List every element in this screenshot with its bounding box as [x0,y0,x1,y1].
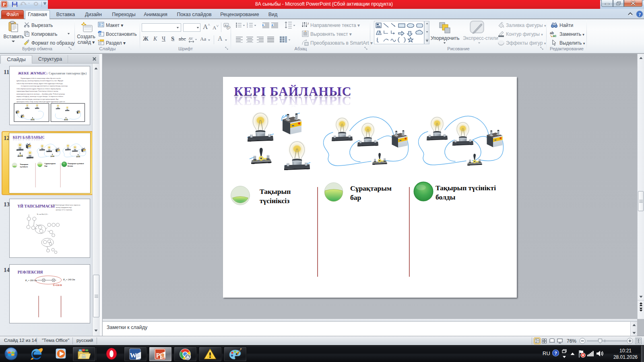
svg-text:жалғас өткізгіш болады, жалған: жалғас өткізгіш болады, жалғанда тең қуа… [16,98,58,101]
svg-text:AV: AV [188,37,193,41]
svg-text:ЖЕКЕ ЖҰМЫС: Сараланған тапсырм: ЖЕКЕ ЖҰМЫС: Сараланған тапсырма (фк) [18,71,87,75]
svg-text:R: R [25,279,27,282]
svg-text:ҮЙ ТАПСЫРМАСЫ: ҮЙ ТАПСЫРМАСЫ [17,204,55,208]
svg-text:Сұрақтарым: Сұрақтарым [350,184,392,192]
svg-text:тізбегін бір өткізгішілме шынд: тізбегін бір өткізгішілме шында, бұрын т… [17,82,63,85]
svg-text:құбылғанда ды, жалғанда барлық: құбылғанда ды, жалғанда барлық өзгөлөтін… [17,80,64,82]
svg-text:Тақырып түсінікті: Тақырып түсінікті [436,184,496,192]
svg-text:R: R [63,278,65,281]
svg-text:Аз: Аз [225,24,228,27]
svg-text:?: ? [638,12,641,17]
svg-text:тармақтарда бірдей жалғанады.: тармақтарда бірдей жалғанады. Өткізгіште… [17,90,58,92]
svg-text:P: P [156,352,160,359]
svg-text:(§3. Өткізгіштерді тізбекті жә: (§3. Өткізгіштерді тізбекті және паралле… [52,204,80,206]
svg-text:= 240 Ом: = 240 Ом [66,278,75,281]
svg-text:W: W [130,352,137,359]
svg-text:U=110 В: U=110 В [53,284,62,286]
svg-text:ac: ac [553,34,557,37]
svg-text:жалғау (тақырыпты оқу): жалғау (тақырыпты оқу) [55,207,72,208]
svg-text:түсініксіз: түсініксіз [260,197,289,205]
svg-text:Ал параллель жалғанда құр өткі: Ал параллель жалғанда құр өткізгіштің өз… [21,85,68,87]
svg-text:КЕРІ БАЙЛАНЫС: КЕРІ БАЙЛАНЫС [234,94,352,108]
svg-text:1: 1 [27,281,28,282]
svg-text:жарық ал білдіреді, жалғанда т: жарық ал білдіреді, жалғанда тең қуат бо… [16,95,64,98]
svg-text:Оқушылардың тізбегін анықталам: Оқушылардың тізбегін анықталамда табыс б… [21,77,61,79]
svg-text:РЕФЛЕКСИЯ: РЕФЛЕКСИЯ [18,270,43,274]
svg-text:2: 2 [65,280,66,282]
svg-text:А: А [307,22,309,26]
svg-text:?: ? [554,351,557,356]
svg-text:Тақырып: Тақырып [260,187,291,195]
svg-text:3: 3 [247,26,248,28]
svg-text:бар: бар [350,193,361,202]
svg-text:N, сал N=1,2,3...: N, сал N=1,2,3... [37,214,49,215]
svg-text:болды: болды [436,193,456,201]
svg-text:76%: 76% [567,338,576,344]
svg-text:арасындағы тізбек. Олар электр: арасындағы тізбек. Олар электр тізбектер… [17,101,65,103]
svg-text:P: P [3,2,6,7]
svg-text:шамаларының параллель жалғауы: шамаларының параллель жалғауы — былайша … [17,93,65,95]
svg-text:тізбек бірінші жалғана құрып.: тізбек бірінші жалғана құрып. Параллель … [17,88,61,90]
svg-text:жаттығу 3.2-3, 3 жаттығу: жаттығу 3.2-3, 3 жаттығу [55,209,72,211]
